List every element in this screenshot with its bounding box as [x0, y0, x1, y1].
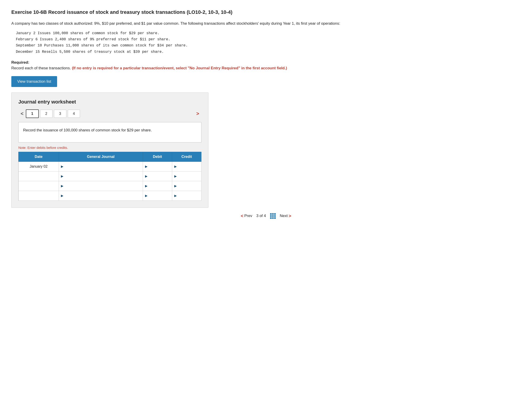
- credit-cell-4[interactable]: ►: [172, 191, 201, 200]
- required-instruction-highlight: (If no entry is required for a particula…: [72, 66, 287, 70]
- required-label: Required:: [11, 60, 29, 65]
- transaction-item: September 10 Purchases 11,000 shares of …: [16, 43, 521, 49]
- journal-input-3[interactable]: [61, 183, 140, 188]
- col-credit: Credit: [172, 152, 201, 162]
- debit-cell-4[interactable]: ►: [143, 191, 172, 200]
- journal-cell-1[interactable]: ►: [59, 162, 143, 171]
- date-cell-1: January 02: [19, 162, 59, 171]
- debit-input-3[interactable]: [145, 183, 170, 188]
- credit-input-1[interactable]: [174, 164, 199, 169]
- journal-cell-3[interactable]: ►: [59, 181, 143, 191]
- credit-input-3[interactable]: [174, 183, 199, 188]
- debit-cell-2[interactable]: ►: [143, 171, 172, 181]
- prev-label: Prev: [244, 214, 252, 218]
- tab-1[interactable]: 1: [26, 109, 39, 118]
- worksheet-title: Journal entry worksheet: [18, 99, 201, 105]
- page-indicator: 3 of 4: [256, 214, 266, 218]
- journal-table: Date General Journal Debit Credit Januar…: [18, 152, 201, 201]
- credit-input-4[interactable]: [174, 193, 199, 198]
- entry-indicator: ►: [174, 193, 178, 198]
- table-row: ► ► ►: [19, 181, 201, 191]
- debit-input-4[interactable]: [145, 193, 170, 198]
- description-box: Record the issuance of 100,000 shares of…: [18, 122, 201, 142]
- next-tab-arrow[interactable]: >: [194, 109, 201, 118]
- next-label: Next: [280, 214, 288, 218]
- prev-tab-arrow[interactable]: <: [18, 109, 26, 118]
- tab-2[interactable]: 2: [40, 110, 53, 118]
- prev-button[interactable]: < Prev: [241, 213, 252, 219]
- debit-input-2[interactable]: [145, 174, 170, 179]
- journal-cell-2[interactable]: ►: [59, 171, 143, 181]
- entry-indicator: ►: [144, 174, 148, 179]
- date-cell-2: [19, 171, 59, 181]
- view-transaction-button[interactable]: View transaction list: [11, 76, 57, 87]
- next-arrow-icon: >: [289, 213, 291, 219]
- entry-indicator: ►: [174, 164, 178, 169]
- journal-cell-4[interactable]: ►: [59, 191, 143, 200]
- bottom-navigation: < Prev 3 of 4 Next >: [11, 213, 521, 219]
- intro-paragraph: A company has two classes of stock autho…: [11, 21, 521, 27]
- entry-indicator: ►: [60, 183, 64, 188]
- credit-cell-2[interactable]: ►: [172, 171, 201, 181]
- table-row: ► ► ►: [19, 191, 201, 200]
- required-instruction-plain: Record each of these transactions.: [11, 66, 72, 70]
- entry-indicator: ►: [60, 193, 64, 198]
- note-text: Note: Enter debits before credits.: [18, 146, 201, 150]
- transaction-item: December 15 Resells 5,500 shares of trea…: [16, 49, 521, 55]
- debit-cell-3[interactable]: ►: [143, 181, 172, 191]
- tab-4[interactable]: 4: [68, 110, 80, 118]
- date-cell-3: [19, 181, 59, 191]
- grid-icon: [270, 213, 276, 219]
- required-section: Required: Record each of these transacti…: [11, 60, 521, 71]
- col-journal: General Journal: [59, 152, 143, 162]
- journal-input-2[interactable]: [61, 174, 140, 179]
- entry-indicator: ►: [144, 164, 148, 169]
- tab-navigation: < 1 2 3 4 >: [18, 109, 201, 118]
- credit-cell-1[interactable]: ►: [172, 162, 201, 171]
- entry-indicator: ►: [60, 174, 64, 179]
- next-button[interactable]: Next >: [280, 213, 291, 219]
- col-debit: Debit: [143, 152, 172, 162]
- debit-cell-1[interactable]: ►: [143, 162, 172, 171]
- prev-arrow-icon: <: [241, 213, 243, 219]
- transaction-item: February 6 Issues 2,400 shares of 9% pre…: [16, 36, 521, 43]
- page-title: Exercise 10-6B Record issuance of stock …: [11, 9, 521, 16]
- entry-indicator: ►: [174, 183, 178, 188]
- entry-indicator: ►: [144, 183, 148, 188]
- date-cell-4: [19, 191, 59, 200]
- entry-indicator: ►: [60, 164, 64, 169]
- transactions-block: January 2 Issues 100,000 shares of commo…: [16, 30, 521, 55]
- table-row: ► ► ►: [19, 171, 201, 181]
- credit-cell-3[interactable]: ►: [172, 181, 201, 191]
- col-date: Date: [19, 152, 59, 162]
- credit-input-2[interactable]: [174, 174, 199, 179]
- entry-indicator: ►: [174, 174, 178, 179]
- table-row: January 02 ► ► ►: [19, 162, 201, 171]
- worksheet-container: Journal entry worksheet < 1 2 3 4 > Reco…: [11, 92, 209, 208]
- entry-indicator: ►: [144, 193, 148, 198]
- journal-input-1[interactable]: [61, 164, 140, 169]
- tab-3[interactable]: 3: [54, 110, 66, 118]
- debit-input-1[interactable]: [145, 164, 170, 169]
- journal-input-4[interactable]: [61, 193, 140, 198]
- transaction-item: January 2 Issues 100,000 shares of commo…: [16, 30, 521, 36]
